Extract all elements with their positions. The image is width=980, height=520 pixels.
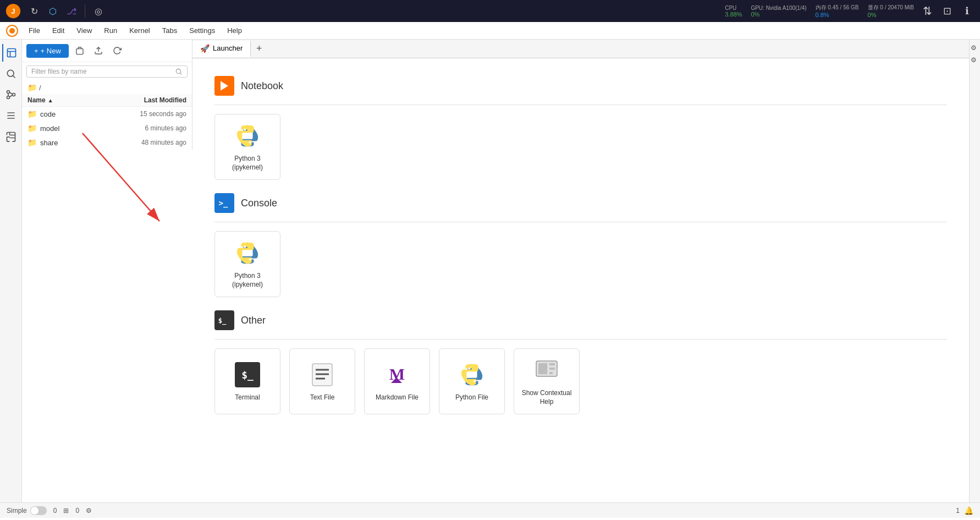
svg-point-30 [474,380,476,382]
status-count1: 0 [53,507,57,514]
screen-icon[interactable]: ⊡ [938,2,956,20]
menu-help[interactable]: Help [222,24,247,37]
gpu-mem-value: 0% [868,12,877,18]
sidebar-git-icon[interactable] [2,86,20,103]
file-modified-share: 48 minutes ago [115,139,186,146]
file-row-code[interactable]: 📁 code 15 seconds ago [22,107,192,121]
git-icon[interactable]: ⎇ [64,3,79,19]
info-icon[interactable]: ℹ [958,2,976,20]
file-table-header: Name ▲ Last Modified [22,94,192,107]
card-terminal[interactable]: $_ Terminal [214,348,280,414]
launcher-content: Notebook Python 3(ipykernel) [192,58,969,502]
svg-point-16 [249,141,251,144]
folder-icon-model: 📁 [27,124,37,133]
sidebar-search-icon[interactable] [2,65,20,83]
svg-point-6 [7,91,9,94]
upload-icon[interactable]: ⇅ [918,2,936,20]
code-icon[interactable]: ⬡ [45,3,60,19]
file-name-share: share [40,139,58,147]
svg-point-8 [12,94,15,96]
file-row-share[interactable]: 📁 share 48 minutes ago [22,135,192,150]
cpu-stat: CPU 3.88% [725,5,742,18]
breadcrumb: 📁 / [22,81,192,94]
file-modified-code: 15 seconds ago [115,110,186,118]
gpu-label: GPU: Nvidia A100(1/4) [751,5,806,11]
cpu-value: 3.88% [725,11,742,18]
menu-kernel[interactable]: Kernel [124,24,156,37]
refresh-icon[interactable]: ↻ [26,3,42,19]
main-content: 🚀 Launcher + Notebook [192,40,969,502]
mode-toggle[interactable] [30,506,47,515]
upload-file-icon[interactable] [91,43,106,58]
sort-icon: ▲ [48,97,53,103]
console-section-title: Console [241,198,277,209]
python-file-card-icon [458,360,486,389]
menu-run[interactable]: Run [98,24,123,37]
menu-file[interactable]: File [23,24,46,37]
file-row-model[interactable]: 📁 model 6 minutes ago [22,121,192,135]
notebook-section-icon [214,76,234,96]
upload-folder-icon[interactable] [72,43,87,58]
card-python3-console[interactable]: Python 3(ipykernel) [214,231,280,297]
app-logo: J [4,2,22,20]
sidebar-puzzle-icon[interactable] [2,128,20,145]
folder-icon-share: 📁 [27,138,37,147]
file-name-model: model [40,124,59,133]
refresh-files-icon[interactable] [109,43,125,58]
card-contextual-help[interactable]: Show Contextual Help [514,348,580,414]
status-icon2: ⚙ [86,507,92,514]
menu-bar: File Edit View Run Kernel Tabs Settings … [0,22,980,40]
column-name-header[interactable]: Name ▲ [27,96,115,104]
file-panel: + + New [22,40,192,150]
column-modified-header: Last Modified [115,96,186,104]
menu-settings[interactable]: Settings [184,24,221,37]
gpu-mem-label: 显存 0 / 20470 MiB [868,4,914,12]
top-bar-app-icons: ↻ ⬡ ⎇ ◎ [26,3,106,19]
card-markdown-file[interactable]: M Markdown File [364,348,430,414]
svg-point-29 [468,368,470,370]
notebook-divider [214,105,947,105]
status-bar: Simple 0 ⊞ 0 ⚙ 1 🔔 [0,502,980,518]
sidebar-menu-icon[interactable] [2,107,20,124]
gpu-value: 0% [751,11,759,18]
other-section-header: $_ Other [214,310,947,330]
search-icon [175,68,183,75]
gpu-mem-stat: 显存 0 / 20470 MiB 0% [868,4,914,18]
mem-stat: 内存 0.45 / 56 GB 0.8% [816,4,859,18]
top-bar-right-icons: ⇅ ⊡ ℹ [918,2,976,20]
card-python-file[interactable]: Python File [439,348,505,414]
new-button[interactable]: + + New [26,44,69,58]
menu-edit[interactable]: Edit [47,24,70,37]
status-simple: Simple [7,506,47,515]
new-button-label: + New [41,47,61,55]
column-modified-label: Last Modified [144,96,186,104]
notebook-cards: Python 3(ipykernel) [214,114,947,180]
left-sidebar [0,40,22,502]
tab-add-button[interactable]: + [251,41,267,57]
divider [85,4,85,18]
card-text-file[interactable]: Text File [289,348,355,414]
circle-icon[interactable]: ◎ [91,3,106,19]
file-name-code: code [40,110,56,118]
file-list: 📁 code 15 seconds ago 📁 model 6 minutes … [22,107,192,150]
svg-rect-33 [549,363,555,365]
terminal-card-icon: $_ [233,360,262,389]
toggle-knob [31,507,38,514]
notebook-section-title: Notebook [241,80,283,92]
console-section-icon: >_ [214,193,234,213]
tab-launcher[interactable]: 🚀 Launcher [192,41,251,57]
svg-point-15 [244,129,246,131]
search-bar[interactable] [26,65,188,78]
right-sidebar-settings-icon[interactable]: ⚙ [971,44,979,53]
right-sidebar-icon2[interactable]: ⚙ [971,56,979,65]
menu-tabs[interactable]: Tabs [157,24,183,37]
card-python3-notebook[interactable]: Python 3(ipykernel) [214,114,280,180]
textfile-label: Text File [310,393,335,402]
sidebar-files-icon[interactable] [2,44,20,62]
svg-point-7 [7,96,9,99]
menu-view[interactable]: View [71,24,97,37]
cpu-label: CPU [725,5,736,11]
textfile-card-icon [308,360,337,389]
status-mode-label: Simple [7,507,27,514]
search-input[interactable] [31,68,173,75]
